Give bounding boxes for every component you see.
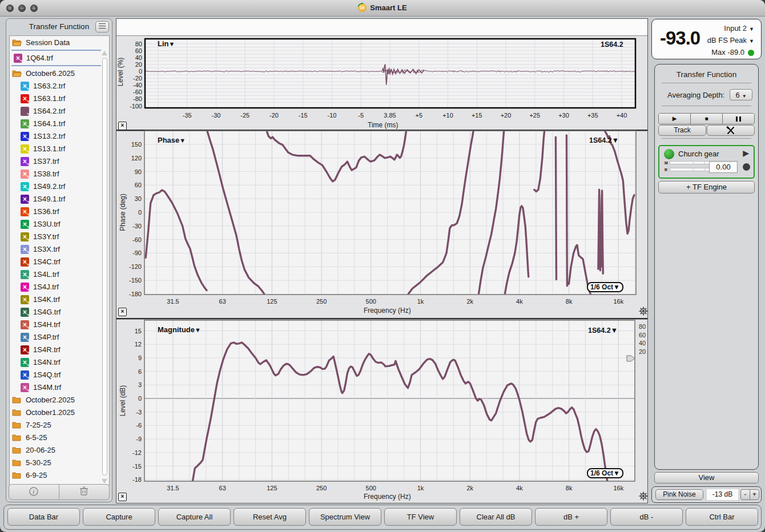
file-item[interactable]: ×1S13.1.trf bbox=[10, 143, 109, 155]
record-dot-icon[interactable] bbox=[743, 163, 750, 171]
folder-item[interactable]: 7-25-25 bbox=[10, 419, 109, 432]
file-item[interactable]: ×1S4G.trf bbox=[10, 306, 109, 319]
svg-text:-9: -9 bbox=[136, 436, 142, 442]
file-item[interactable]: ×1S4N.trf bbox=[10, 356, 109, 369]
level-plus-button[interactable]: + bbox=[750, 489, 759, 500]
close-phase-chart-button[interactable]: × bbox=[118, 308, 127, 316]
svg-text:80: 80 bbox=[135, 41, 142, 47]
transport-controls: ▶ ■ bbox=[658, 113, 755, 124]
file-item[interactable]: ×1S4R.trf bbox=[10, 344, 109, 356]
stop-button[interactable]: ■ bbox=[690, 114, 722, 124]
file-item[interactable]: ×1S4J.trf bbox=[10, 281, 109, 293]
file-item[interactable]: ×1S4M.trf bbox=[10, 381, 109, 394]
add-tf-engine-button[interactable]: + TF Engine bbox=[658, 181, 755, 194]
scroll-down-icon[interactable] bbox=[102, 479, 107, 483]
folder-item[interactable]: October2.2025 bbox=[10, 394, 109, 406]
delay-value-field[interactable]: 0.00 bbox=[709, 161, 738, 173]
tools-button[interactable] bbox=[707, 125, 755, 136]
svg-text:250: 250 bbox=[316, 298, 327, 305]
scroll-up-icon[interactable] bbox=[102, 51, 107, 55]
magnitude-smoothing-menu[interactable]: 1/6 Oct▼ bbox=[587, 468, 623, 478]
phase-smoothing-menu[interactable]: 1/6 Oct▼ bbox=[587, 282, 623, 292]
file-item[interactable]: ×1S13.2.trf bbox=[10, 130, 109, 143]
view-button[interactable]: View bbox=[654, 472, 759, 483]
svg-text:125: 125 bbox=[267, 298, 277, 305]
file-item[interactable]: 1S64.2.trf bbox=[10, 105, 109, 118]
svg-text:500: 500 bbox=[366, 485, 376, 491]
file-item[interactable]: ×1S4Q.trf bbox=[10, 369, 109, 381]
engine-play-icon[interactable]: ▶ bbox=[743, 148, 749, 158]
folder-item[interactable]: 20-06-25 bbox=[10, 444, 109, 457]
file-icon: × bbox=[21, 345, 29, 354]
delete-button[interactable] bbox=[59, 485, 109, 499]
toolbar-button-ctrl-bar[interactable]: Ctrl Bar bbox=[686, 508, 758, 526]
folder-icon bbox=[12, 409, 22, 416]
threshold-marker[interactable] bbox=[626, 354, 636, 363]
toolbar-button-db-[interactable]: dB - bbox=[610, 508, 683, 526]
folder-item[interactable]: 5-30-25 bbox=[10, 457, 109, 469]
file-item[interactable]: ×1S49.2.trf bbox=[10, 180, 109, 193]
file-icon: × bbox=[21, 144, 29, 154]
file-item[interactable]: ×1S4K.trf bbox=[10, 293, 109, 306]
folder-item[interactable]: 6-5-25 bbox=[10, 432, 109, 444]
file-item[interactable]: ×1S38.trf bbox=[10, 168, 109, 180]
file-item[interactable]: ×1Q64.trf bbox=[10, 52, 109, 65]
file-item[interactable]: ×1S4P.trf bbox=[10, 331, 109, 344]
file-item[interactable]: ×1S4C.trf bbox=[10, 256, 109, 268]
close-lin-chart-button[interactable]: × bbox=[118, 122, 127, 130]
toolbar-button-capture-all[interactable]: Capture All bbox=[158, 508, 231, 526]
pause-button[interactable] bbox=[722, 114, 754, 124]
file-item[interactable]: ×1S3U.trf bbox=[10, 218, 109, 231]
toolbar-button-clear-all-db[interactable]: Clear All dB bbox=[460, 508, 532, 526]
svg-text:-60: -60 bbox=[132, 236, 142, 243]
toolbar-button-data-bar[interactable]: Data Bar bbox=[7, 508, 80, 526]
toolbar-button-db-[interactable]: dB + bbox=[535, 508, 607, 526]
scrollbar-thumb[interactable] bbox=[102, 58, 107, 475]
folder-item[interactable]: October1.2025 bbox=[10, 406, 109, 419]
play-button[interactable]: ▶ bbox=[659, 114, 690, 124]
level-minus-button[interactable]: - bbox=[740, 489, 750, 500]
phase-trace-menu[interactable]: 1S64.2▼ bbox=[589, 136, 619, 144]
toolbar-button-tf-view[interactable]: TF View bbox=[384, 508, 457, 526]
magnitude-chart-type-menu[interactable]: Magnitude▼ bbox=[158, 325, 201, 334]
close-magnitude-chart-button[interactable]: × bbox=[118, 493, 127, 501]
magnitude-settings-gear-icon[interactable] bbox=[639, 491, 648, 501]
folder-item[interactable]: Session Data bbox=[10, 37, 109, 49]
file-item[interactable]: ×1S36.trf bbox=[10, 205, 109, 218]
menu-icon[interactable] bbox=[95, 21, 109, 33]
file-name: 1S13.1.trf bbox=[33, 143, 65, 155]
svg-text:-30: -30 bbox=[212, 112, 221, 119]
magnitude-trace-menu[interactable]: 1S64.2▼ bbox=[588, 327, 618, 334]
file-item[interactable]: ×1S49.1.trf bbox=[10, 193, 109, 205]
lin-chart-type-menu[interactable]: Lin▼ bbox=[158, 39, 175, 48]
file-item[interactable]: ×1S63.1.trf bbox=[10, 92, 109, 105]
input-select[interactable]: Input 2▼ bbox=[724, 24, 754, 33]
file-item[interactable]: ×1S63.2.trf bbox=[10, 80, 109, 92]
file-item[interactable]: ×1S3Y.trf bbox=[10, 231, 109, 243]
toolbar-button-spectrum-view[interactable]: Spectrum View bbox=[309, 508, 381, 526]
sidebar-footer: i bbox=[9, 484, 110, 500]
track-button[interactable]: Track bbox=[658, 125, 706, 136]
file-item[interactable]: ×1S37.trf bbox=[10, 155, 109, 168]
charts-svg: 806040200-20-40-60-80-100-35-30-25-20-15… bbox=[116, 19, 647, 503]
file-item[interactable]: ×1S4L.trf bbox=[10, 268, 109, 281]
folder-item[interactable]: October6.2025 bbox=[10, 67, 109, 80]
file-item[interactable]: ×1S64.1.trf bbox=[10, 118, 109, 130]
svg-text:0: 0 bbox=[139, 68, 142, 75]
folder-item[interactable]: 6-9-25 bbox=[10, 469, 109, 482]
file-name: 1S64.1.trf bbox=[33, 118, 65, 130]
dropdown-icon: ▼ bbox=[613, 469, 620, 477]
svg-text:12: 12 bbox=[135, 341, 142, 348]
file-item[interactable]: ×1S4H.trf bbox=[10, 319, 109, 331]
info-button[interactable]: i bbox=[9, 485, 59, 499]
r-slider-label: R bbox=[665, 168, 667, 172]
toolbar-button-capture[interactable]: Capture bbox=[83, 508, 155, 526]
meter-unit-select[interactable]: dB FS Peak▼ bbox=[707, 36, 754, 45]
phase-chart-type-menu[interactable]: Phase▼ bbox=[158, 136, 186, 144]
toolbar-button-reset-avg[interactable]: Reset Avg bbox=[233, 508, 306, 526]
averaging-depth-select[interactable]: 6▼ bbox=[730, 89, 752, 100]
phase-settings-gear-icon[interactable] bbox=[639, 307, 648, 316]
pink-noise-button[interactable]: Pink Noise bbox=[655, 489, 703, 500]
file-item[interactable]: ×1S3X.trf bbox=[10, 243, 109, 256]
folder-name: October2.2025 bbox=[26, 394, 75, 406]
